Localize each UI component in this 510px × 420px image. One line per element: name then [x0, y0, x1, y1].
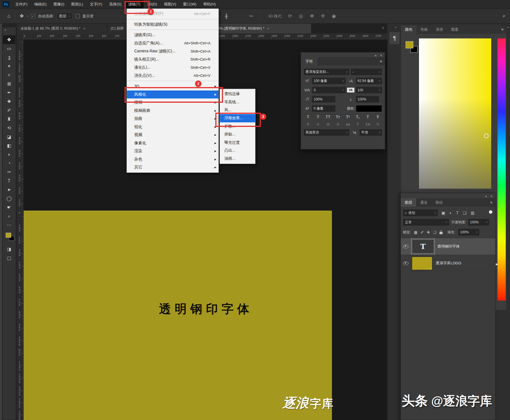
3d-mode-icon[interactable]: ⟳ [288, 13, 292, 19]
filter-menu-item[interactable]: 杂色 ▶ [127, 155, 218, 164]
search-icon[interactable]: ⌕ [503, 13, 505, 19]
submenu-item[interactable]: 查找边缘 [220, 90, 255, 98]
filter-menu-item[interactable]: 锐化 ▶ [127, 123, 218, 131]
lock-all-icon[interactable] [439, 232, 443, 234]
color-panel-tab[interactable]: 色板 [416, 25, 432, 34]
menu-item[interactable]: 帮助(H) [200, 0, 219, 9]
lock-transparency-icon[interactable]: ▦ [414, 230, 417, 234]
kerning-field[interactable]: 0 ˅ [312, 87, 346, 93]
tool-button[interactable]: ▭ [3, 44, 15, 53]
tool-button[interactable]: ʓ [3, 53, 15, 62]
opentype-button[interactable]: A [335, 122, 340, 126]
panel-menu-icon[interactable]: ≡ [490, 200, 492, 205]
menu-item[interactable]: 窗口(W) [179, 0, 200, 9]
chevron-down-icon[interactable]: ˅ [27, 15, 28, 18]
filter-menu-item[interactable]: 模糊 ▶ [127, 98, 218, 107]
filter-menu-item[interactable]: 其它 ▶ [127, 163, 218, 172]
tool-button[interactable]: ▢ [3, 254, 15, 262]
filter-menu-item[interactable]: 消失点(V)... Alt+Ctrl+V [127, 72, 218, 80]
text-color-swatch[interactable] [356, 105, 382, 112]
tool-button[interactable]: ✑ [3, 168, 15, 176]
close-panel-icon[interactable]: × [380, 53, 382, 57]
layer-name[interactable]: 透明钢印字体 [437, 244, 460, 249]
layers-panel-tab[interactable]: 路径 [431, 198, 447, 207]
fill-field[interactable]: 100% ˅ [458, 229, 479, 236]
filter-menu-item[interactable]: 镜头校正(R)... Shift+Ctrl+R [127, 55, 218, 64]
filter-menu-item[interactable]: 视频 ▶ [127, 131, 218, 139]
collapse-panel-icon[interactable]: « [485, 194, 487, 198]
opentype-button[interactable]: aa [345, 122, 350, 126]
tool-button[interactable]: ⊠ [3, 79, 15, 88]
tab-character[interactable]: 字符 [301, 57, 317, 65]
faux-style-button[interactable]: T [365, 115, 370, 119]
tool-button[interactable]: ✐ [3, 106, 15, 115]
close-icon[interactable]: × [267, 26, 269, 31]
tool-button[interactable]: ⌕ [3, 212, 15, 221]
panel-menu-icon[interactable]: ≡ [380, 59, 382, 63]
opentype-button[interactable]: ½ [375, 122, 380, 126]
vertical-ruler[interactable]: 1300120011001000900800700600500400300200… [17, 40, 24, 420]
color-picker-field[interactable] [419, 38, 491, 189]
3d-mode-icon[interactable]: ✣ [321, 13, 325, 19]
filter-menu-item[interactable]: 上次滤镜操作(F) Alt+Ctrl+F [127, 10, 218, 18]
submenu-item[interactable]: 凸出... [220, 147, 255, 155]
close-panel-icon[interactable]: × [490, 194, 492, 198]
lock-artboard-icon[interactable]: ❑ [433, 230, 436, 234]
submenu-item[interactable]: 扩散... [220, 122, 255, 130]
chevron-up-icon[interactable]: ∧ [382, 26, 384, 30]
tool-button[interactable]: ◪ [3, 132, 15, 141]
close-icon[interactable]: × [83, 26, 86, 31]
submenu-item[interactable]: 浮雕效果... [220, 114, 255, 122]
auto-select-checkbox[interactable]: ✓ [31, 14, 35, 18]
layers-panel-tab[interactable]: 通道 [416, 198, 431, 207]
3d-mode-icon[interactable]: ◎ [299, 13, 303, 19]
visibility-eye-icon[interactable] [403, 245, 408, 248]
layers-panel-tab[interactable]: 图层 [401, 198, 416, 207]
menu-item[interactable]: 视图(V) [160, 0, 179, 9]
submenu-item[interactable]: 油画... [220, 155, 255, 162]
font-family-dropdown[interactable]: 逐浪海棠居刻... ˅ [304, 69, 349, 75]
more-options-icon[interactable]: ••• [249, 14, 253, 18]
tool-button[interactable]: ✒ [3, 88, 15, 97]
filter-menu-item[interactable]: 模糊画廊 ▶ [127, 107, 218, 115]
hue-slider[interactable] [497, 38, 506, 300]
tool-button[interactable]: ◧ [3, 141, 15, 150]
layer-filter-dropdown[interactable]: ⌕ 类型 ˅ [403, 209, 438, 216]
tracking-field[interactable]: 100 ˅ [356, 87, 382, 93]
menu-item[interactable]: 编辑(E) [31, 0, 50, 9]
foreground-background-swatches[interactable] [3, 232, 16, 245]
opentype-button[interactable]: st [325, 122, 331, 126]
layer-row[interactable]: 逐浪字库LOGO [401, 255, 495, 272]
layer-filter-icon[interactable]: ▣ [441, 211, 445, 215]
filter-menu-item[interactable]: 滤镜库(G)... [127, 31, 218, 39]
baseline-shift-field[interactable]: 0 像素 [312, 105, 335, 112]
opentype-button[interactable]: 1st [365, 122, 370, 126]
opacity-field[interactable]: 100% ˅ [468, 219, 489, 226]
filter-menu-item[interactable]: 扭曲 ▶ [127, 115, 218, 123]
tool-button[interactable]: ◯ [3, 194, 15, 203]
blend-mode-dropdown[interactable]: 正常 ˅ [403, 219, 449, 226]
tool-button[interactable]: ⟲ [3, 123, 15, 132]
faux-style-button[interactable]: Ŧ [375, 115, 380, 119]
menu-item[interactable]: 3D(D) [144, 0, 160, 9]
menu-item[interactable]: 文件(F) [12, 0, 31, 9]
collapse-panel-icon[interactable]: « [375, 53, 377, 57]
faux-style-button[interactable]: TT [325, 115, 331, 119]
paragraph-panel-button[interactable]: ¶ [389, 32, 400, 44]
tool-button[interactable]: ✥ [3, 35, 15, 44]
toolbar-overflow-icon[interactable]: » [3, 27, 16, 35]
tool-button[interactable]: ◗ [3, 150, 15, 159]
filter-menu-item[interactable]: 渲染 ▶ [127, 147, 218, 155]
submenu-item[interactable]: 风... [220, 106, 255, 114]
menu-item[interactable]: 选择(S) [106, 0, 125, 9]
collapse-dock-icon[interactable]: « [395, 25, 397, 29]
color-panel-tab[interactable]: 颜色 [401, 25, 416, 34]
layer-row-selected[interactable]: T 透明钢印字体 [401, 238, 495, 255]
3d-mode-icon[interactable]: ◉ [332, 13, 336, 19]
leading-field[interactable]: 62.54 像素 ˅ [356, 78, 382, 84]
tool-button[interactable]: ⋯ [3, 221, 15, 229]
expand-dock-icon[interactable]: » [507, 25, 509, 29]
panel-resize-arrow-icon[interactable]: ▶ [496, 262, 498, 266]
lock-position-icon[interactable]: ✥ [427, 230, 430, 234]
foreground-color-swatch[interactable] [6, 233, 11, 238]
